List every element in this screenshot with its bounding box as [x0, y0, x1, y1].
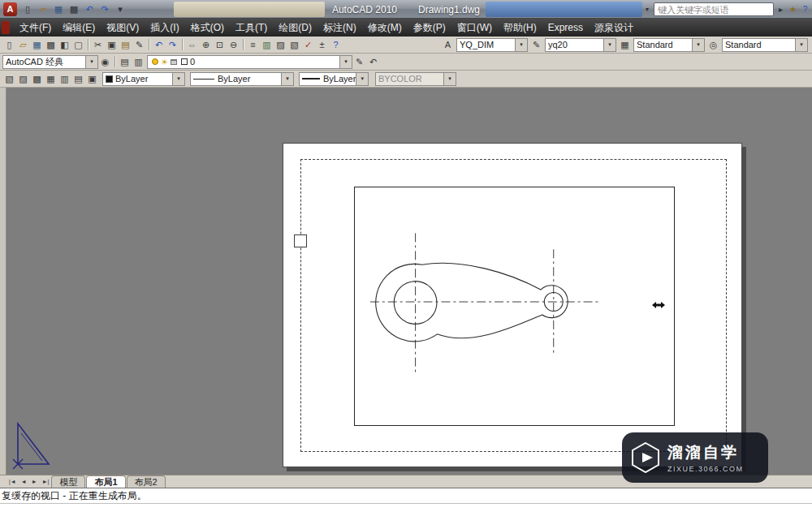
layer-tool-icon[interactable]: ▤ [71, 72, 85, 86]
chevron-down-icon[interactable]: ▾ [692, 39, 704, 51]
chevron-down-icon[interactable]: ▾ [603, 39, 615, 51]
undo-icon[interactable]: ↶ [152, 38, 166, 52]
redo-icon[interactable]: ↷ [98, 2, 111, 15]
zoom-realtime-icon[interactable]: ⊕ [199, 38, 213, 52]
tab-layout1[interactable]: 布局1 [86, 475, 125, 488]
tool-palettes-icon[interactable]: ▨ [274, 38, 287, 52]
zoom-window-icon[interactable]: ⊡ [213, 38, 227, 52]
chevron-down-icon[interactable]: ▾ [281, 73, 293, 85]
text-style-icon[interactable]: A [441, 38, 455, 52]
app-icon[interactable]: A [3, 2, 17, 16]
workspace-combo[interactable]: AutoCAD 经典 ▾ [2, 55, 98, 69]
properties-palette-icon[interactable]: ≡ [246, 38, 260, 52]
make-object-layer-current-icon[interactable]: ✎ [352, 55, 366, 69]
help-icon[interactable]: ? [329, 38, 343, 52]
layer-freeze-sun-icon[interactable]: ☀ [161, 58, 168, 67]
multileader-style-icon[interactable]: ◎ [706, 38, 720, 52]
dim-style-combo[interactable]: YQ_DIM ▾ [456, 38, 528, 52]
save-icon[interactable]: ▦ [52, 2, 65, 15]
layer-tool-icon[interactable]: ▧ [2, 72, 16, 86]
layer-lock-icon[interactable] [171, 59, 177, 65]
text-style-combo[interactable]: yq20 ▾ [545, 38, 616, 52]
layout-paper[interactable] [283, 143, 742, 467]
layer-properties-manager-icon[interactable]: ▤ [118, 55, 132, 69]
infocenter-search-input[interactable] [654, 2, 774, 16]
menu-express[interactable]: Express [542, 19, 589, 37]
help-icon[interactable]: ? [800, 3, 810, 16]
tab-model[interactable]: 模型 [51, 475, 85, 488]
qat-menu-chevron-icon[interactable]: ▾ [114, 2, 127, 15]
menu-dimension[interactable]: 标注(N) [317, 19, 362, 37]
multileader-style-combo[interactable]: Standard ▾ [722, 38, 808, 52]
chevron-down-icon[interactable]: ▾ [356, 73, 368, 85]
cut-icon[interactable]: ✂ [91, 38, 105, 52]
edit-style-icon[interactable]: ✎ [529, 38, 543, 52]
layer-previous-icon[interactable]: ↶ [366, 55, 380, 69]
command-input[interactable] [0, 504, 812, 516]
menu-window[interactable]: 窗口(W) [451, 19, 498, 37]
chevron-down-icon[interactable]: ▾ [172, 73, 184, 85]
chevron-down-icon[interactable]: ▾ [339, 56, 352, 68]
markup-icon[interactable]: ✓ [301, 38, 315, 52]
menu-help[interactable]: 帮助(H) [498, 19, 542, 37]
tab-layout2[interactable]: 布局2 [127, 475, 166, 488]
object-color-combo[interactable]: ByLayer ▾ [102, 72, 185, 86]
plot-icon[interactable]: ▩ [67, 2, 80, 15]
paste-icon[interactable]: ▤ [119, 38, 132, 52]
undo-icon[interactable]: ↶ [83, 2, 96, 15]
chevron-down-icon[interactable]: ▾ [85, 56, 97, 68]
viewport-grip-square[interactable] [294, 234, 307, 247]
match-properties-icon[interactable]: ✎ [132, 38, 146, 52]
favorites-star-icon[interactable]: ★ [788, 3, 798, 16]
gear-icon[interactable]: ◉ [98, 55, 112, 69]
publish-icon[interactable]: ▢ [71, 38, 85, 52]
chevron-down-icon[interactable]: ▾ [642, 6, 652, 13]
copy-icon[interactable]: ▣ [105, 38, 119, 52]
layer-states-icon[interactable]: ▥ [132, 55, 145, 69]
designcenter-icon[interactable]: ▥ [260, 38, 274, 52]
drawing-canvas[interactable] [0, 88, 812, 475]
plot-icon[interactable]: ▩ [44, 38, 58, 52]
table-style-icon[interactable]: ▦ [618, 38, 632, 52]
search-go-icon[interactable]: ▸ [775, 3, 786, 16]
first-tab-button[interactable]: |◄ [6, 479, 19, 484]
menu-view[interactable]: 视图(V) [101, 19, 145, 37]
layer-tool-icon[interactable]: ▥ [58, 72, 71, 86]
redo-icon[interactable]: ↷ [166, 38, 179, 52]
layer-combo[interactable]: ☀ 0 ▾ [147, 55, 352, 69]
layer-color-swatch[interactable] [181, 58, 188, 65]
menu-insert[interactable]: 插入(I) [145, 19, 184, 37]
qnew-icon[interactable]: ▯ [2, 38, 16, 52]
menu-parametric[interactable]: 参数(P) [408, 19, 451, 37]
layer-tool-icon[interactable]: ▨ [16, 72, 30, 86]
sheet-set-manager-icon[interactable]: ▧ [287, 38, 301, 52]
layout-viewport[interactable] [354, 187, 675, 426]
menu-yuanquan-design[interactable]: 源泉设计 [589, 19, 639, 37]
menu-edit[interactable]: 编辑(E) [57, 19, 101, 37]
table-style-combo[interactable]: Standard ▾ [633, 38, 705, 52]
menu-file[interactable]: 文件(F) [14, 19, 57, 37]
layer-tool-icon[interactable]: ▦ [44, 72, 58, 86]
chevron-down-icon[interactable]: ▾ [515, 39, 527, 51]
qnew-icon[interactable]: ▯ [21, 2, 34, 15]
open-icon[interactable]: ▱ [16, 38, 30, 52]
open-icon[interactable]: ▱ [37, 2, 50, 15]
save-icon[interactable]: ▦ [30, 38, 44, 52]
pan-icon[interactable]: ⇔ [185, 38, 199, 52]
layer-on-bulb-icon[interactable] [152, 58, 158, 65]
zoom-previous-icon[interactable]: ⊖ [227, 38, 240, 52]
menu-modify[interactable]: 修改(M) [362, 19, 408, 37]
chevron-down-icon[interactable]: ▾ [795, 39, 807, 51]
linetype-combo[interactable]: ByLayer ▾ [190, 72, 294, 86]
next-tab-button[interactable]: ► [29, 479, 40, 484]
prev-tab-button[interactable]: ◄ [19, 479, 29, 484]
last-tab-button[interactable]: ►| [40, 479, 52, 484]
menu-format[interactable]: 格式(O) [185, 19, 230, 37]
menu-tools[interactable]: 工具(T) [230, 19, 273, 37]
lineweight-combo[interactable]: ByLayer ▾ [299, 72, 369, 86]
quickcalc-icon[interactable]: ± [315, 38, 329, 52]
app-menu-icon[interactable] [2, 21, 10, 34]
layer-tool-icon[interactable]: ▣ [85, 72, 99, 86]
plot-preview-icon[interactable]: ◧ [58, 38, 71, 52]
layer-tool-icon[interactable]: ▩ [30, 72, 44, 86]
